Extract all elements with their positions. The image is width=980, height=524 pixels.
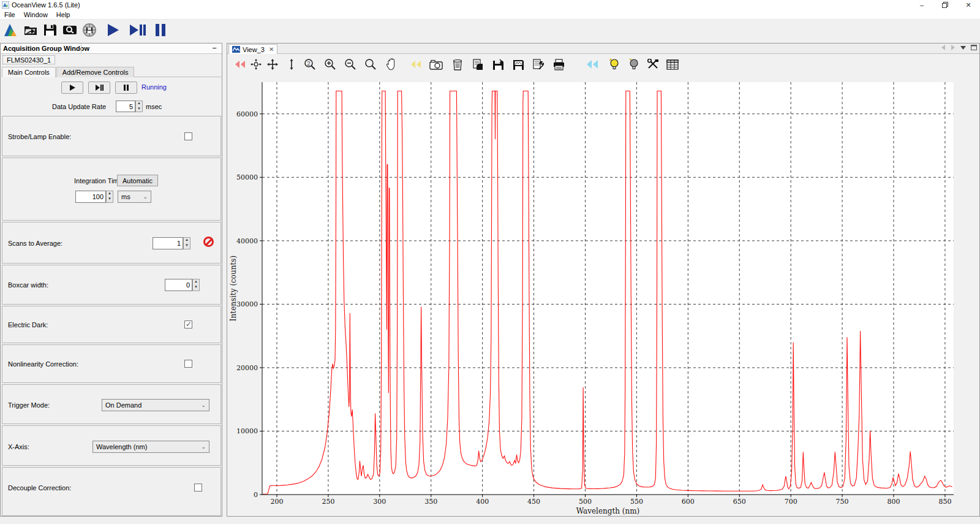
- strobe-section: Strobe/Lamp Enable:: [2, 116, 221, 156]
- play-pause-icon[interactable]: [128, 21, 146, 39]
- svg-text:800: 800: [887, 498, 900, 506]
- bulb-on-icon[interactable]: [606, 56, 622, 72]
- svg-text:300: 300: [373, 498, 386, 506]
- open-file-icon[interactable]: [21, 21, 40, 39]
- boxcar-input[interactable]: 0: [165, 279, 192, 291]
- table-view-icon[interactable]: [665, 56, 680, 72]
- hand-pan-icon[interactable]: [383, 56, 399, 72]
- trash-icon[interactable]: [450, 56, 466, 72]
- svg-text:200: 200: [270, 498, 283, 506]
- pause-acquisition-button[interactable]: [115, 82, 137, 94]
- tab-add-remove-controls[interactable]: Add/Remove Controls: [56, 67, 135, 77]
- view-tabbar: View_3 ✕: [227, 44, 979, 54]
- zoom-custom-icon[interactable]: 2: [302, 56, 318, 72]
- rewind-red-icon[interactable]: [232, 56, 248, 72]
- vertical-range-icon[interactable]: [284, 56, 300, 72]
- tab-scroll-left-icon[interactable]: [941, 45, 946, 50]
- graph-properties-icon[interactable]: [530, 56, 546, 72]
- integration-automatic-button[interactable]: Automatic: [117, 175, 158, 186]
- menu-window[interactable]: Window: [20, 11, 52, 18]
- main-toolbar: [0, 20, 980, 40]
- spectrum-plot[interactable]: 2002503003504004505005506006507007508008…: [227, 74, 979, 516]
- save-icon[interactable]: [41, 21, 59, 39]
- data-update-rate-unit: msec: [146, 103, 162, 110]
- integration-unit-dropdown[interactable]: ms ⌄: [118, 191, 151, 203]
- trigger-mode-dropdown[interactable]: On Demand ⌄: [102, 399, 209, 411]
- x-axis-label: X-Axis:: [8, 443, 29, 450]
- acquisition-run-row: Running: [1, 82, 222, 96]
- svg-text:400: 400: [476, 498, 489, 506]
- svg-text:350: 350: [424, 498, 437, 506]
- scans-spinner[interactable]: ▲▼: [183, 237, 190, 249]
- zoom-out-icon[interactable]: [342, 56, 358, 72]
- pan-axes-icon[interactable]: [265, 56, 281, 72]
- app-icon: [2, 1, 9, 9]
- strobe-checkbox[interactable]: [184, 132, 192, 140]
- data-update-rate-spinner[interactable]: ▲▼: [135, 101, 143, 112]
- trigger-mode-value: On Demand: [105, 401, 141, 409]
- pause-icon[interactable]: [151, 21, 170, 39]
- restore-icon: [942, 2, 948, 8]
- maximize-view-icon[interactable]: [971, 45, 977, 50]
- play-icon[interactable]: [104, 21, 122, 39]
- panel-minimize-button[interactable]: –: [211, 45, 218, 52]
- restore-window-button[interactable]: [933, 0, 957, 10]
- data-update-rate-input[interactable]: 5: [116, 101, 135, 112]
- svg-text:700: 700: [785, 498, 797, 506]
- search-file-icon[interactable]: [61, 21, 79, 39]
- x-axis-dropdown[interactable]: Wavelength (nm) ⌄: [92, 441, 209, 453]
- close-tab-icon[interactable]: ✕: [269, 46, 274, 53]
- decouple-checkbox[interactable]: [194, 484, 202, 492]
- integration-time-spinner[interactable]: ▲▼: [106, 191, 113, 203]
- tab-main-controls[interactable]: Main Controls: [2, 67, 56, 77]
- nonlinearity-label: Nonlinearity Correction:: [8, 360, 78, 368]
- rewind-yellow-icon[interactable]: [408, 56, 424, 72]
- svg-text:60000: 60000: [236, 110, 258, 118]
- nonlinearity-checkbox[interactable]: [184, 360, 192, 368]
- start-acquisition-button[interactable]: [61, 82, 83, 94]
- menu-file[interactable]: File: [0, 11, 20, 18]
- spectrum-chart[interactable]: 2002503003504004505005506006507007508008…: [227, 74, 979, 516]
- close-window-button[interactable]: ✕: [957, 0, 980, 10]
- svg-text:Intensity (counts): Intensity (counts): [229, 256, 238, 321]
- print-icon[interactable]: [551, 56, 567, 72]
- boxcar-section: Boxcar width: 0 ▲▼: [2, 265, 221, 305]
- view-panel: View_3 ✕ 2: [227, 43, 980, 517]
- acquisition-header: Acquisition Group Window –: [1, 44, 222, 54]
- chart-toolbar: 2: [227, 55, 979, 74]
- tools-icon[interactable]: [645, 56, 661, 72]
- scans-input[interactable]: 1: [153, 237, 183, 249]
- single-acquisition-button[interactable]: [88, 82, 110, 94]
- svg-text:550: 550: [630, 498, 643, 506]
- minimize-window-button[interactable]: –: [910, 0, 933, 10]
- bulb-off-icon[interactable]: [625, 56, 641, 72]
- integration-unit-value: ms: [121, 193, 130, 200]
- tab-scroll-right-icon[interactable]: [951, 45, 956, 50]
- data-update-rate-label: Data Update Rate: [52, 103, 106, 110]
- electric-dark-checkbox[interactable]: [184, 321, 192, 328]
- tab-view-3[interactable]: View_3 ✕: [228, 44, 277, 54]
- integration-time-input[interactable]: 100: [75, 191, 106, 203]
- svg-text:30000: 30000: [236, 300, 258, 308]
- rewind-cyan-icon[interactable]: [584, 56, 600, 72]
- copy-data-icon[interactable]: [470, 56, 486, 72]
- zoom-in-icon[interactable]: [322, 56, 338, 72]
- scans-to-average-section: Scans to Average: 1 ▲▼: [2, 222, 221, 264]
- network-save-icon[interactable]: [80, 21, 99, 39]
- menu-help[interactable]: Help: [52, 11, 75, 18]
- oceanview-logo-icon[interactable]: [2, 21, 20, 39]
- zoom-reset-icon[interactable]: [363, 56, 379, 72]
- camera-icon[interactable]: [428, 56, 444, 72]
- center-axes-icon[interactable]: [248, 56, 264, 72]
- electric-dark-section: Electric Dark:: [2, 306, 221, 343]
- save-as-icon[interactable]: [490, 56, 506, 72]
- device-tab[interactable]: FLMS02430_1: [2, 55, 55, 64]
- tab-list-icon[interactable]: [960, 45, 966, 50]
- boxcar-spinner[interactable]: ▲▼: [192, 279, 200, 291]
- svg-text:2: 2: [307, 61, 311, 67]
- x-axis-section: X-Axis: Wavelength (nm) ⌄: [2, 425, 221, 466]
- save-graph-icon[interactable]: [510, 56, 526, 72]
- chevron-down-icon: ⌄: [201, 444, 206, 450]
- integration-time-section: Integration Time: Automatic 100 ▲▼ ms ⌄: [2, 158, 221, 221]
- oceanview-window: OceanView 1.6.5 (Lite) – ✕ File Window H…: [0, 0, 980, 524]
